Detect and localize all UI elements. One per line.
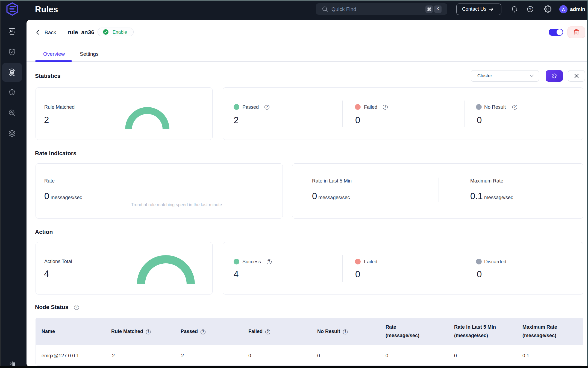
svg-text:?: ? [529,7,531,11]
